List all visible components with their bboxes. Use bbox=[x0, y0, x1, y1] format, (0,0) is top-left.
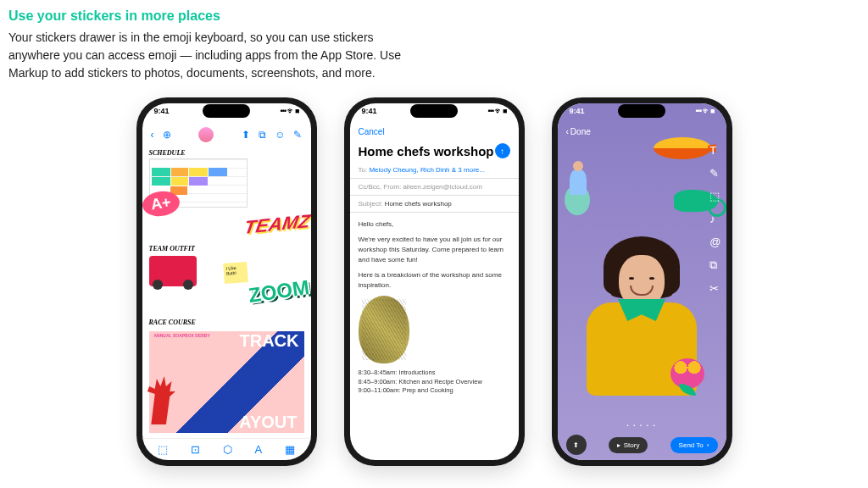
subject-field[interactable]: Subject: Home chefs workshop bbox=[350, 196, 519, 213]
emoji-icon[interactable]: ☺ bbox=[275, 129, 285, 141]
dynamic-island bbox=[618, 104, 665, 118]
share-icon[interactable]: ⬆ bbox=[242, 129, 250, 141]
tool-5-icon[interactable]: ▦ bbox=[285, 443, 295, 456]
flower-sticker bbox=[670, 358, 711, 396]
dynamic-island bbox=[410, 104, 458, 118]
phone-mail: 9:41••• ᯤ ■ Cancel Home chefs workshop ↑… bbox=[344, 97, 525, 466]
cancel-button[interactable]: Cancel bbox=[359, 127, 385, 136]
done-button[interactable]: ‹Done bbox=[566, 127, 591, 136]
text-tool-icon[interactable]: T bbox=[709, 144, 721, 157]
phone-showcase: 9:41••• ᯤ ■ ‹ ⊕ ⬆ ⧉ ☺ ✎ SCHEDULE bbox=[0, 97, 868, 466]
story-button[interactable]: ▸ Story bbox=[609, 437, 648, 453]
markup-tools: T ✎ ⬚ ♪ @ ⧉ ✂ bbox=[709, 144, 721, 295]
to-field[interactable]: To: Melody Cheung, Rich Dinh & 3 more... bbox=[350, 162, 519, 179]
edit-icon[interactable]: ✎ bbox=[293, 129, 302, 141]
track-poster: ANNUAL SOAPBOX DERBY TRACK AYOUT bbox=[149, 331, 304, 433]
back-icon[interactable]: ‹ bbox=[151, 129, 154, 141]
tool-4-icon[interactable]: A bbox=[255, 443, 263, 456]
freeform-toolbar-top: ‹ ⊕ ⬆ ⧉ ☺ ✎ bbox=[142, 124, 311, 146]
aplus-sticker: A+ bbox=[142, 189, 181, 219]
crop-tool-icon[interactable]: ✂ bbox=[709, 282, 721, 295]
phone-freeform: 9:41••• ᯤ ■ ‹ ⊕ ⬆ ⧉ ☺ ✎ SCHEDULE bbox=[136, 97, 317, 466]
bread-sticker bbox=[359, 296, 409, 363]
send-button[interactable]: ↑ bbox=[495, 143, 510, 158]
phone-markup: 9:41••• ᯤ ■ ‹Done T ✎ ⬚ ♪ @ ⧉ ✂ bbox=[552, 97, 732, 466]
sticky-note: I Like Both! bbox=[223, 262, 248, 284]
add-icon[interactable]: ⊕ bbox=[163, 129, 171, 141]
dynamic-island bbox=[203, 104, 250, 118]
section-description: Your stickers drawer is in the emoji key… bbox=[8, 29, 415, 82]
draw-tool-icon[interactable]: ✎ bbox=[709, 167, 721, 180]
freeform-toolbar-bottom: ⬚ ⊡ ⬡ A ▦ bbox=[142, 438, 311, 460]
schedule-label: SCHEDULE bbox=[149, 149, 304, 157]
music-tool-icon[interactable]: ♪ bbox=[709, 213, 721, 225]
outfit-label: TEAM OUTFIT bbox=[149, 245, 304, 252]
blimp-sticker bbox=[654, 137, 711, 159]
mail-subject-title: Home chefs workshop bbox=[359, 144, 494, 158]
share-button[interactable]: ⬆ bbox=[566, 435, 587, 455]
mail-body[interactable]: Hello chefs, We're very excited to have … bbox=[350, 213, 519, 402]
gokart-drawing bbox=[149, 256, 197, 286]
teamz-sticker: TEAMZ bbox=[242, 210, 311, 239]
cc-field[interactable]: Cc/Bcc, From: aileen.zeigen@icloud.com bbox=[350, 179, 519, 196]
attach-tool-icon[interactable]: ⧉ bbox=[709, 258, 721, 272]
guitarist-sticker bbox=[565, 169, 605, 219]
schedule-list: 8:30–8:45am: Introductions 8:45–9:00am: … bbox=[359, 369, 510, 396]
race-label: RACE COURSE bbox=[149, 319, 304, 326]
section-title: Use your stickers in more places bbox=[8, 8, 860, 24]
send-to-button[interactable]: Send To › bbox=[670, 437, 718, 453]
tool-1-icon[interactable]: ⬚ bbox=[158, 443, 168, 456]
page-dots: • • • • • bbox=[558, 423, 726, 428]
copy-icon[interactable]: ⧉ bbox=[259, 129, 266, 141]
tool-2-icon[interactable]: ⊡ bbox=[191, 443, 200, 456]
shape-tool-icon[interactable]: ⬚ bbox=[709, 190, 721, 202]
avatar-icon[interactable] bbox=[198, 127, 214, 142]
tool-3-icon[interactable]: ⬡ bbox=[223, 443, 232, 456]
mention-tool-icon[interactable]: @ bbox=[709, 236, 721, 248]
